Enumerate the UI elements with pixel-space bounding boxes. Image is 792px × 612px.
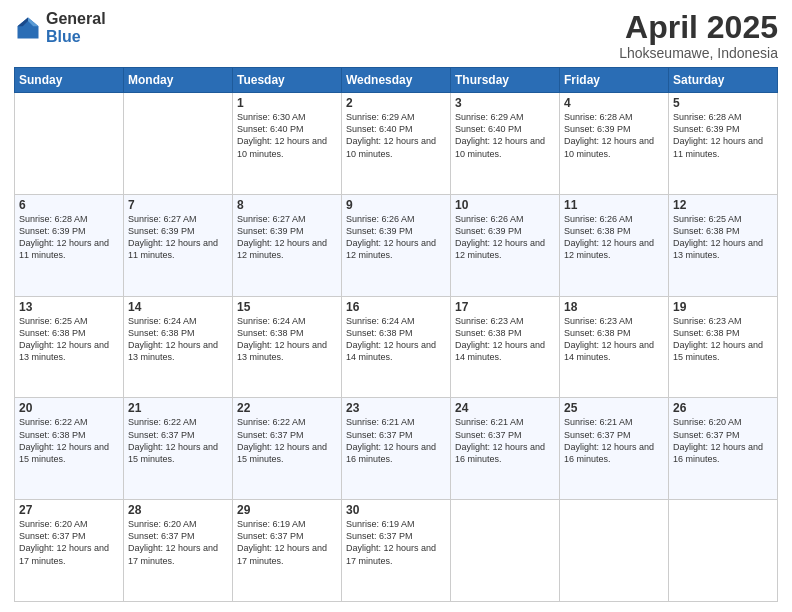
day-number: 7 <box>128 198 228 212</box>
day-info: Sunrise: 6:25 AM Sunset: 6:38 PM Dayligh… <box>19 315 119 364</box>
calendar-cell: 16Sunrise: 6:24 AM Sunset: 6:38 PM Dayli… <box>342 296 451 398</box>
day-number: 10 <box>455 198 555 212</box>
calendar-cell: 15Sunrise: 6:24 AM Sunset: 6:38 PM Dayli… <box>233 296 342 398</box>
day-info: Sunrise: 6:22 AM Sunset: 6:38 PM Dayligh… <box>19 416 119 465</box>
day-number: 1 <box>237 96 337 110</box>
calendar-week-2: 6Sunrise: 6:28 AM Sunset: 6:39 PM Daylig… <box>15 194 778 296</box>
logo-blue-text: Blue <box>46 28 106 46</box>
calendar-cell: 3Sunrise: 6:29 AM Sunset: 6:40 PM Daylig… <box>451 93 560 195</box>
day-number: 28 <box>128 503 228 517</box>
day-number: 29 <box>237 503 337 517</box>
calendar-cell: 1Sunrise: 6:30 AM Sunset: 6:40 PM Daylig… <box>233 93 342 195</box>
title-month: April 2025 <box>619 10 778 45</box>
calendar-table: SundayMondayTuesdayWednesdayThursdayFrid… <box>14 67 778 602</box>
page: General Blue April 2025 Lhokseumawe, Ind… <box>0 0 792 612</box>
header: General Blue April 2025 Lhokseumawe, Ind… <box>14 10 778 61</box>
day-number: 24 <box>455 401 555 415</box>
day-info: Sunrise: 6:21 AM Sunset: 6:37 PM Dayligh… <box>346 416 446 465</box>
day-info: Sunrise: 6:28 AM Sunset: 6:39 PM Dayligh… <box>19 213 119 262</box>
day-number: 15 <box>237 300 337 314</box>
calendar-week-1: 1Sunrise: 6:30 AM Sunset: 6:40 PM Daylig… <box>15 93 778 195</box>
calendar-cell: 18Sunrise: 6:23 AM Sunset: 6:38 PM Dayli… <box>560 296 669 398</box>
day-number: 18 <box>564 300 664 314</box>
day-number: 14 <box>128 300 228 314</box>
day-number: 19 <box>673 300 773 314</box>
day-info: Sunrise: 6:29 AM Sunset: 6:40 PM Dayligh… <box>346 111 446 160</box>
day-info: Sunrise: 6:24 AM Sunset: 6:38 PM Dayligh… <box>128 315 228 364</box>
day-info: Sunrise: 6:26 AM Sunset: 6:39 PM Dayligh… <box>455 213 555 262</box>
day-number: 8 <box>237 198 337 212</box>
calendar-cell: 27Sunrise: 6:20 AM Sunset: 6:37 PM Dayli… <box>15 500 124 602</box>
day-number: 27 <box>19 503 119 517</box>
day-number: 4 <box>564 96 664 110</box>
day-number: 9 <box>346 198 446 212</box>
day-number: 17 <box>455 300 555 314</box>
calendar-cell <box>451 500 560 602</box>
day-info: Sunrise: 6:23 AM Sunset: 6:38 PM Dayligh… <box>673 315 773 364</box>
day-number: 23 <box>346 401 446 415</box>
day-info: Sunrise: 6:28 AM Sunset: 6:39 PM Dayligh… <box>673 111 773 160</box>
day-number: 26 <box>673 401 773 415</box>
calendar-cell: 2Sunrise: 6:29 AM Sunset: 6:40 PM Daylig… <box>342 93 451 195</box>
calendar-cell: 12Sunrise: 6:25 AM Sunset: 6:38 PM Dayli… <box>669 194 778 296</box>
calendar-header-tuesday: Tuesday <box>233 68 342 93</box>
calendar-cell: 13Sunrise: 6:25 AM Sunset: 6:38 PM Dayli… <box>15 296 124 398</box>
calendar-cell: 11Sunrise: 6:26 AM Sunset: 6:38 PM Dayli… <box>560 194 669 296</box>
logo-text: General Blue <box>46 10 106 45</box>
day-info: Sunrise: 6:19 AM Sunset: 6:37 PM Dayligh… <box>346 518 446 567</box>
logo-general-text: General <box>46 10 106 28</box>
calendar-header-thursday: Thursday <box>451 68 560 93</box>
day-number: 11 <box>564 198 664 212</box>
day-number: 2 <box>346 96 446 110</box>
calendar-cell: 9Sunrise: 6:26 AM Sunset: 6:39 PM Daylig… <box>342 194 451 296</box>
calendar-cell: 4Sunrise: 6:28 AM Sunset: 6:39 PM Daylig… <box>560 93 669 195</box>
calendar-cell: 22Sunrise: 6:22 AM Sunset: 6:37 PM Dayli… <box>233 398 342 500</box>
day-number: 30 <box>346 503 446 517</box>
day-info: Sunrise: 6:25 AM Sunset: 6:38 PM Dayligh… <box>673 213 773 262</box>
calendar-header-saturday: Saturday <box>669 68 778 93</box>
calendar-cell: 25Sunrise: 6:21 AM Sunset: 6:37 PM Dayli… <box>560 398 669 500</box>
calendar-cell: 28Sunrise: 6:20 AM Sunset: 6:37 PM Dayli… <box>124 500 233 602</box>
calendar-cell: 26Sunrise: 6:20 AM Sunset: 6:37 PM Dayli… <box>669 398 778 500</box>
calendar-header-sunday: Sunday <box>15 68 124 93</box>
day-info: Sunrise: 6:24 AM Sunset: 6:38 PM Dayligh… <box>237 315 337 364</box>
day-number: 21 <box>128 401 228 415</box>
day-info: Sunrise: 6:21 AM Sunset: 6:37 PM Dayligh… <box>455 416 555 465</box>
calendar-cell: 19Sunrise: 6:23 AM Sunset: 6:38 PM Dayli… <box>669 296 778 398</box>
day-number: 12 <box>673 198 773 212</box>
calendar-cell: 14Sunrise: 6:24 AM Sunset: 6:38 PM Dayli… <box>124 296 233 398</box>
calendar-cell: 6Sunrise: 6:28 AM Sunset: 6:39 PM Daylig… <box>15 194 124 296</box>
day-info: Sunrise: 6:26 AM Sunset: 6:39 PM Dayligh… <box>346 213 446 262</box>
calendar-cell: 8Sunrise: 6:27 AM Sunset: 6:39 PM Daylig… <box>233 194 342 296</box>
day-info: Sunrise: 6:27 AM Sunset: 6:39 PM Dayligh… <box>128 213 228 262</box>
title-block: April 2025 Lhokseumawe, Indonesia <box>619 10 778 61</box>
calendar-cell: 5Sunrise: 6:28 AM Sunset: 6:39 PM Daylig… <box>669 93 778 195</box>
calendar-week-3: 13Sunrise: 6:25 AM Sunset: 6:38 PM Dayli… <box>15 296 778 398</box>
day-info: Sunrise: 6:23 AM Sunset: 6:38 PM Dayligh… <box>564 315 664 364</box>
logo: General Blue <box>14 10 106 45</box>
day-number: 25 <box>564 401 664 415</box>
calendar-cell: 30Sunrise: 6:19 AM Sunset: 6:37 PM Dayli… <box>342 500 451 602</box>
day-info: Sunrise: 6:30 AM Sunset: 6:40 PM Dayligh… <box>237 111 337 160</box>
day-info: Sunrise: 6:22 AM Sunset: 6:37 PM Dayligh… <box>128 416 228 465</box>
day-info: Sunrise: 6:19 AM Sunset: 6:37 PM Dayligh… <box>237 518 337 567</box>
calendar-cell: 10Sunrise: 6:26 AM Sunset: 6:39 PM Dayli… <box>451 194 560 296</box>
day-number: 16 <box>346 300 446 314</box>
day-number: 22 <box>237 401 337 415</box>
day-number: 6 <box>19 198 119 212</box>
day-number: 20 <box>19 401 119 415</box>
day-info: Sunrise: 6:23 AM Sunset: 6:38 PM Dayligh… <box>455 315 555 364</box>
day-info: Sunrise: 6:20 AM Sunset: 6:37 PM Dayligh… <box>19 518 119 567</box>
day-number: 13 <box>19 300 119 314</box>
title-location: Lhokseumawe, Indonesia <box>619 45 778 61</box>
day-info: Sunrise: 6:26 AM Sunset: 6:38 PM Dayligh… <box>564 213 664 262</box>
calendar-week-5: 27Sunrise: 6:20 AM Sunset: 6:37 PM Dayli… <box>15 500 778 602</box>
calendar-cell <box>15 93 124 195</box>
day-info: Sunrise: 6:27 AM Sunset: 6:39 PM Dayligh… <box>237 213 337 262</box>
calendar-cell: 21Sunrise: 6:22 AM Sunset: 6:37 PM Dayli… <box>124 398 233 500</box>
logo-icon <box>14 14 42 42</box>
calendar-week-4: 20Sunrise: 6:22 AM Sunset: 6:38 PM Dayli… <box>15 398 778 500</box>
day-number: 3 <box>455 96 555 110</box>
day-info: Sunrise: 6:24 AM Sunset: 6:38 PM Dayligh… <box>346 315 446 364</box>
calendar-cell: 20Sunrise: 6:22 AM Sunset: 6:38 PM Dayli… <box>15 398 124 500</box>
